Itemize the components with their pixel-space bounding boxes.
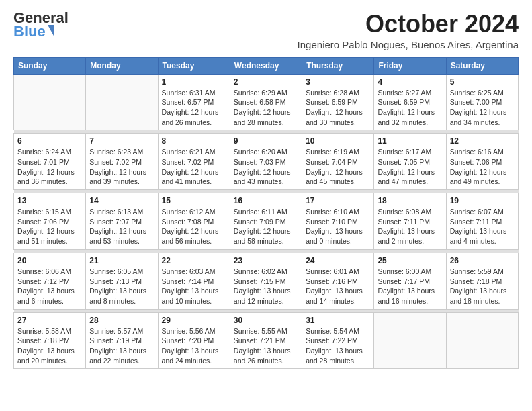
- calendar-cell: 3Sunrise: 6:28 AM Sunset: 6:59 PM Daylig…: [302, 74, 374, 130]
- calendar-cell: 31Sunrise: 5:54 AM Sunset: 7:22 PM Dayli…: [302, 312, 374, 369]
- day-info: Sunrise: 5:55 AM Sunset: 7:21 PM Dayligh…: [234, 326, 298, 366]
- month-title: October 2024: [298, 11, 519, 38]
- day-info: Sunrise: 6:19 AM Sunset: 7:04 PM Dayligh…: [306, 147, 370, 187]
- calendar-cell: 7Sunrise: 6:23 AM Sunset: 7:02 PM Daylig…: [86, 134, 158, 190]
- calendar-cell: 17Sunrise: 6:10 AM Sunset: 7:10 PM Dayli…: [302, 193, 374, 250]
- day-number: 19: [450, 196, 515, 205]
- day-number: 18: [378, 196, 442, 205]
- calendar-table: SundayMondayTuesdayWednesdayThursdayFrid…: [13, 57, 519, 369]
- day-info: Sunrise: 6:17 AM Sunset: 7:05 PM Dayligh…: [378, 147, 442, 187]
- weekday-header-sunday: Sunday: [14, 57, 86, 74]
- day-number: 16: [234, 196, 298, 205]
- calendar-week-row: 1Sunrise: 6:31 AM Sunset: 6:57 PM Daylig…: [14, 74, 519, 130]
- calendar-cell: 5Sunrise: 6:25 AM Sunset: 7:00 PM Daylig…: [446, 74, 518, 130]
- day-number: 24: [306, 256, 370, 265]
- day-number: 5: [450, 77, 515, 87]
- calendar-cell: 11Sunrise: 6:17 AM Sunset: 7:05 PM Dayli…: [374, 134, 446, 190]
- calendar-week-row: 6Sunrise: 6:24 AM Sunset: 7:01 PM Daylig…: [14, 134, 519, 190]
- day-number: 1: [162, 77, 226, 87]
- day-info: Sunrise: 5:54 AM Sunset: 7:22 PM Dayligh…: [306, 326, 370, 366]
- day-number: 13: [17, 196, 82, 205]
- logo-blue-text: Blue: [13, 24, 46, 39]
- weekday-header-thursday: Thursday: [302, 57, 374, 74]
- weekday-header-tuesday: Tuesday: [158, 57, 230, 74]
- day-number: 21: [89, 256, 154, 265]
- day-info: Sunrise: 5:57 AM Sunset: 7:19 PM Dayligh…: [89, 326, 154, 366]
- calendar-cell: 21Sunrise: 6:05 AM Sunset: 7:13 PM Dayli…: [86, 253, 158, 309]
- day-number: 28: [89, 316, 154, 325]
- day-info: Sunrise: 6:00 AM Sunset: 7:17 PM Dayligh…: [378, 267, 442, 306]
- day-info: Sunrise: 6:08 AM Sunset: 7:11 PM Dayligh…: [378, 207, 442, 246]
- day-info: Sunrise: 6:27 AM Sunset: 6:59 PM Dayligh…: [378, 88, 442, 128]
- calendar-cell: 22Sunrise: 6:03 AM Sunset: 7:14 PM Dayli…: [158, 253, 230, 309]
- calendar-cell: 14Sunrise: 6:13 AM Sunset: 7:07 PM Dayli…: [86, 193, 158, 250]
- weekday-header-wednesday: Wednesday: [230, 57, 302, 74]
- calendar-cell: [86, 74, 158, 130]
- day-number: 3: [306, 77, 370, 87]
- calendar-cell: 27Sunrise: 5:58 AM Sunset: 7:18 PM Dayli…: [14, 312, 86, 369]
- day-number: 11: [378, 136, 442, 146]
- day-number: 9: [234, 136, 298, 146]
- day-info: Sunrise: 6:24 AM Sunset: 7:01 PM Dayligh…: [17, 147, 82, 187]
- calendar-cell: 19Sunrise: 6:07 AM Sunset: 7:11 PM Dayli…: [446, 193, 518, 250]
- day-info: Sunrise: 6:28 AM Sunset: 6:59 PM Dayligh…: [306, 88, 370, 128]
- day-info: Sunrise: 6:29 AM Sunset: 6:58 PM Dayligh…: [234, 88, 298, 128]
- day-number: 29: [162, 316, 226, 325]
- calendar-cell: 12Sunrise: 6:16 AM Sunset: 7:06 PM Dayli…: [446, 134, 518, 190]
- day-info: Sunrise: 6:31 AM Sunset: 6:57 PM Dayligh…: [162, 88, 226, 128]
- day-number: 23: [234, 256, 298, 265]
- day-info: Sunrise: 5:58 AM Sunset: 7:18 PM Dayligh…: [17, 326, 82, 366]
- calendar-cell: 13Sunrise: 6:15 AM Sunset: 7:06 PM Dayli…: [14, 193, 86, 250]
- calendar-week-row: 27Sunrise: 5:58 AM Sunset: 7:18 PM Dayli…: [14, 312, 519, 369]
- weekday-header-row: SundayMondayTuesdayWednesdayThursdayFrid…: [14, 57, 519, 74]
- day-info: Sunrise: 6:07 AM Sunset: 7:11 PM Dayligh…: [450, 207, 515, 246]
- day-number: 27: [17, 316, 82, 325]
- weekday-header-friday: Friday: [374, 57, 446, 74]
- day-info: Sunrise: 6:03 AM Sunset: 7:14 PM Dayligh…: [162, 267, 226, 306]
- day-number: 17: [306, 196, 370, 205]
- calendar-cell: 2Sunrise: 6:29 AM Sunset: 6:58 PM Daylig…: [230, 74, 302, 130]
- calendar-cell: [374, 312, 446, 369]
- calendar-week-row: 20Sunrise: 6:06 AM Sunset: 7:12 PM Dayli…: [14, 253, 519, 309]
- calendar-cell: 9Sunrise: 6:20 AM Sunset: 7:03 PM Daylig…: [230, 134, 302, 190]
- calendar-cell: 25Sunrise: 6:00 AM Sunset: 7:17 PM Dayli…: [374, 253, 446, 309]
- calendar-cell: 20Sunrise: 6:06 AM Sunset: 7:12 PM Dayli…: [14, 253, 86, 309]
- day-info: Sunrise: 6:11 AM Sunset: 7:09 PM Dayligh…: [234, 207, 298, 246]
- calendar-cell: 29Sunrise: 5:56 AM Sunset: 7:20 PM Dayli…: [158, 312, 230, 369]
- day-number: 10: [306, 136, 370, 146]
- day-number: 26: [450, 256, 515, 265]
- calendar-cell: 18Sunrise: 6:08 AM Sunset: 7:11 PM Dayli…: [374, 193, 446, 250]
- calendar-cell: 26Sunrise: 5:59 AM Sunset: 7:18 PM Dayli…: [446, 253, 518, 309]
- day-info: Sunrise: 6:02 AM Sunset: 7:15 PM Dayligh…: [234, 267, 298, 306]
- day-number: 22: [162, 256, 226, 265]
- page-header: General Blue October 2024 Ingeniero Pabl…: [13, 11, 519, 50]
- day-info: Sunrise: 6:06 AM Sunset: 7:12 PM Dayligh…: [17, 267, 82, 306]
- day-info: Sunrise: 6:16 AM Sunset: 7:06 PM Dayligh…: [450, 147, 515, 187]
- day-number: 30: [234, 316, 298, 325]
- day-info: Sunrise: 6:15 AM Sunset: 7:06 PM Dayligh…: [17, 207, 82, 246]
- location-subtitle: Ingeniero Pablo Nogues, Buenos Aires, Ar…: [298, 39, 519, 50]
- day-info: Sunrise: 6:25 AM Sunset: 7:00 PM Dayligh…: [450, 88, 515, 128]
- day-info: Sunrise: 6:01 AM Sunset: 7:16 PM Dayligh…: [306, 267, 370, 306]
- calendar-cell: 30Sunrise: 5:55 AM Sunset: 7:21 PM Dayli…: [230, 312, 302, 369]
- logo: General Blue: [13, 11, 70, 39]
- weekday-header-saturday: Saturday: [446, 57, 518, 74]
- day-number: 7: [89, 136, 154, 146]
- day-number: 6: [17, 136, 82, 146]
- day-number: 2: [234, 77, 298, 87]
- day-info: Sunrise: 6:05 AM Sunset: 7:13 PM Dayligh…: [89, 267, 154, 306]
- day-number: 14: [89, 196, 154, 205]
- calendar-cell: 6Sunrise: 6:24 AM Sunset: 7:01 PM Daylig…: [14, 134, 86, 190]
- calendar-cell: 28Sunrise: 5:57 AM Sunset: 7:19 PM Dayli…: [86, 312, 158, 369]
- calendar-cell: [14, 74, 86, 130]
- day-number: 4: [378, 77, 442, 87]
- calendar-cell: [446, 312, 518, 369]
- calendar-cell: 4Sunrise: 6:27 AM Sunset: 6:59 PM Daylig…: [374, 74, 446, 130]
- weekday-header-monday: Monday: [86, 57, 158, 74]
- day-number: 31: [306, 316, 370, 325]
- day-info: Sunrise: 6:20 AM Sunset: 7:03 PM Dayligh…: [234, 147, 298, 187]
- day-info: Sunrise: 6:10 AM Sunset: 7:10 PM Dayligh…: [306, 207, 370, 246]
- day-info: Sunrise: 6:13 AM Sunset: 7:07 PM Dayligh…: [89, 207, 154, 246]
- day-number: 12: [450, 136, 515, 146]
- day-info: Sunrise: 6:23 AM Sunset: 7:02 PM Dayligh…: [89, 147, 154, 187]
